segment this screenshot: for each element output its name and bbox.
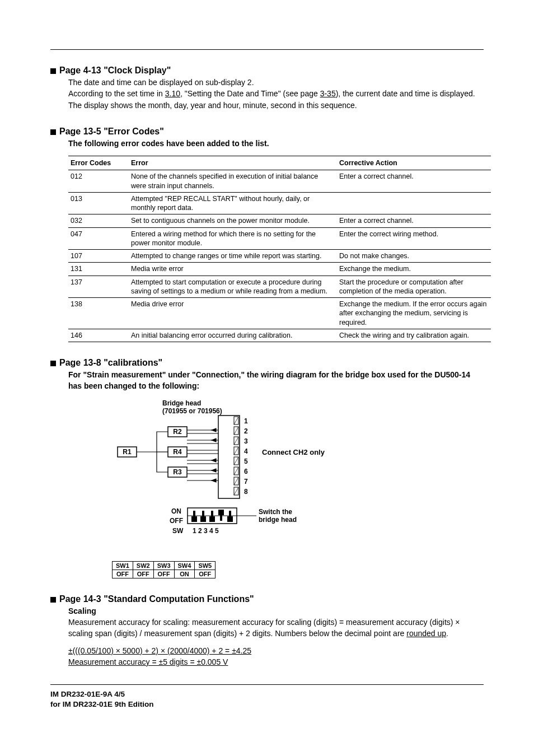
switch-settings-table: SW1 SW2 SW3 SW4 SW5 OFF OFF OFF ON OFF xyxy=(112,561,216,578)
svg-text:5: 5 xyxy=(244,458,248,465)
cell-code: 032 xyxy=(68,214,129,227)
cell-action: Check the wiring and try calibration aga… xyxy=(337,329,491,342)
section-error-codes: Page 13-5 "Error Codes" xyxy=(50,127,484,137)
svg-line-18 xyxy=(234,487,238,495)
section-title: Page 13-5 "Error Codes" xyxy=(59,127,164,137)
svg-text:1: 1 xyxy=(244,417,248,425)
svg-line-13 xyxy=(234,437,238,445)
table-row: 138Media drive errorExchange the medium.… xyxy=(68,298,491,329)
table-row: SW1 SW2 SW3 SW4 SW5 xyxy=(113,561,216,570)
cell-error: Attempted "REP RECALL START" without hou… xyxy=(129,192,337,214)
svg-line-11 xyxy=(234,417,238,424)
svg-rect-45 xyxy=(211,511,213,516)
svg-rect-42 xyxy=(227,516,233,522)
cell-code: 013 xyxy=(68,192,129,214)
paragraph: The display shows the month, day, year a… xyxy=(68,100,484,111)
svg-text:8: 8 xyxy=(244,488,248,496)
cell-action: Exchange the medium. xyxy=(337,263,491,276)
svg-text:R3: R3 xyxy=(173,468,182,476)
svg-text:1  2  3  4  5: 1 2 3 4 5 xyxy=(193,527,219,535)
svg-text:SW: SW xyxy=(172,527,184,535)
svg-rect-40 xyxy=(209,516,215,522)
cell-code: 047 xyxy=(68,227,129,250)
svg-line-14 xyxy=(234,447,238,455)
subheading: The following error codes have been adde… xyxy=(68,139,269,148)
bullet-icon xyxy=(50,129,56,135)
table-row: 032Set to contiguous channels on the pow… xyxy=(68,214,491,227)
section-title: Page 14-3 "Standard Computation Function… xyxy=(59,594,254,604)
svg-text:2: 2 xyxy=(244,427,248,435)
table-row: OFF OFF OFF ON OFF xyxy=(113,570,216,578)
section-title: Page 13-8 "calibrations" xyxy=(59,358,162,368)
svg-rect-43 xyxy=(193,511,195,516)
col-header: Corrective Action xyxy=(337,156,491,170)
cell-action: Enter a correct channel. xyxy=(337,170,491,193)
svg-rect-41 xyxy=(218,510,224,515)
svg-line-15 xyxy=(234,457,238,465)
cell-error: Media write error xyxy=(129,263,337,276)
cell-code: 131 xyxy=(68,263,129,276)
cell-action: Start the procedure or computation after… xyxy=(337,276,491,298)
svg-text:Bridge head: Bridge head xyxy=(162,399,201,407)
svg-text:R2: R2 xyxy=(173,428,182,436)
table-header-row: Error Codes Error Corrective Action xyxy=(68,156,491,170)
table-row: 137Attempted to start computation or exe… xyxy=(68,276,491,298)
cell-code: 146 xyxy=(68,329,129,342)
cell-action: Enter the correct wiring method. xyxy=(337,227,491,250)
equation: Measurement accuracy = ±5 digits = ±0.00… xyxy=(68,657,228,666)
table-row: 012None of the channels specified in exe… xyxy=(68,170,491,193)
svg-text:(701955 or 701956): (701955 or 701956) xyxy=(162,407,222,415)
table-row: 047Entered a wiring method for which the… xyxy=(68,227,491,250)
cell-error: Set to contiguous channels on the power … xyxy=(129,214,337,227)
diagram-svg: Bridge head (701955 or 701956) xyxy=(112,399,375,556)
col-header: Error Codes xyxy=(68,156,129,170)
table-row: 131Media write errorExchange the medium. xyxy=(68,263,491,276)
svg-text:ON: ON xyxy=(171,507,181,515)
paragraph: The date and time can be displayed on su… xyxy=(68,77,484,88)
cell-error: Attempted to change ranges or time while… xyxy=(129,250,337,263)
svg-text:bridge head: bridge head xyxy=(259,516,297,524)
cell-code: 138 xyxy=(68,298,129,329)
section-clock-display: Page 4-13 "Clock Display" xyxy=(50,66,484,76)
section-calibrations: Page 13-8 "calibrations" xyxy=(50,358,484,368)
cell-code: 107 xyxy=(68,250,129,263)
svg-text:7: 7 xyxy=(244,478,248,486)
svg-text:4: 4 xyxy=(244,447,248,455)
cell-error: Entered a wiring method for which there … xyxy=(129,227,337,250)
svg-text:OFF: OFF xyxy=(170,517,183,525)
svg-text:R1: R1 xyxy=(123,448,132,456)
footer-line: for IM DR232-01E 9th Edition xyxy=(50,699,484,710)
cell-error: None of the channels specified in execut… xyxy=(129,170,337,193)
paragraph: According to the set time in 3.10, "Sett… xyxy=(68,88,484,99)
bullet-icon xyxy=(50,68,56,74)
cell-action xyxy=(337,192,491,214)
link-ref: 3.10 xyxy=(165,89,180,98)
link-ref: 3-35 xyxy=(320,89,336,98)
svg-line-16 xyxy=(234,467,238,475)
section-title: Page 4-13 "Clock Display" xyxy=(59,66,171,76)
svg-text:Connect CH2 only: Connect CH2 only xyxy=(262,448,325,456)
cell-action: Exchange the medium. If the error occurs… xyxy=(337,298,491,329)
svg-rect-47 xyxy=(229,511,231,516)
cell-error: Attempted to start computation or execut… xyxy=(129,276,337,298)
svg-text:3: 3 xyxy=(244,437,248,445)
paragraph: Measurement accuracy for scaling: measur… xyxy=(68,617,484,640)
col-header: Error xyxy=(129,156,337,170)
svg-text:R4: R4 xyxy=(173,448,182,456)
footer-line: IM DR232-01E-9A 4/5 xyxy=(50,689,484,699)
cell-action: Do not make changes. xyxy=(337,250,491,263)
subheading: Scaling xyxy=(68,605,484,617)
svg-rect-44 xyxy=(202,511,204,516)
error-codes-table: Error Codes Error Corrective Action 012N… xyxy=(68,156,491,342)
section-std-computation: Page 14-3 "Standard Computation Function… xyxy=(50,594,484,604)
equation: ±(((0.05/100) × 5000) + 2) × (2000/4000)… xyxy=(68,646,251,655)
bullet-icon xyxy=(50,597,56,603)
cell-error: An initial balancing error occurred duri… xyxy=(129,329,337,342)
svg-text:6: 6 xyxy=(244,468,248,475)
svg-text:Switch the: Switch the xyxy=(259,508,292,516)
table-row: 013Attempted "REP RECALL START" without … xyxy=(68,192,491,214)
svg-rect-39 xyxy=(200,516,206,522)
svg-rect-38 xyxy=(191,516,197,522)
cell-code: 012 xyxy=(68,170,129,193)
cell-action: Enter a correct channel. xyxy=(337,214,491,227)
